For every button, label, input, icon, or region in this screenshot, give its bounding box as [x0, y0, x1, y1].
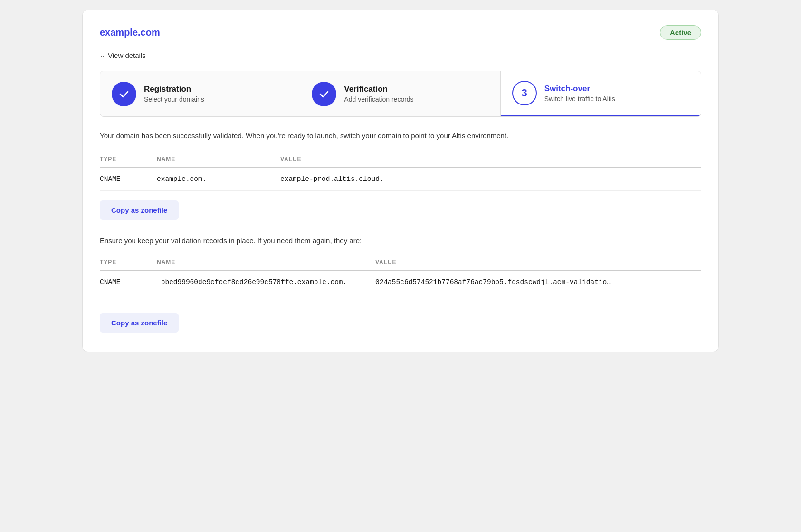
val-row-type: CNAME	[100, 271, 157, 294]
step-2-icon	[312, 82, 336, 106]
step-verification: Verification Add verification records	[300, 71, 500, 116]
step-1-subtitle: Select your domains	[144, 95, 204, 103]
step-3-title: Switch-over	[544, 84, 615, 94]
steps-container: Registration Select your domains Verific…	[100, 71, 701, 117]
col-header-name: NAME	[157, 153, 280, 168]
chevron-down-icon: ⌄	[100, 52, 105, 59]
domain-title[interactable]: example.com	[100, 27, 160, 38]
card-header: example.com Active	[100, 25, 701, 40]
validation-table-wrap: TYPE NAME VALUE CNAME _bbed99960de9cfccf…	[100, 256, 701, 304]
step-1-icon	[112, 82, 136, 106]
val-col-header-value: VALUE	[375, 256, 701, 271]
step-2-subtitle: Add verification records	[344, 95, 413, 103]
col-header-type: TYPE	[100, 153, 157, 168]
col-header-value: VALUE	[280, 153, 701, 168]
domain-card: example.com Active ⌄ View details Regist…	[82, 10, 719, 352]
description-text: Your domain has been successfully valida…	[100, 130, 701, 142]
copy-zonefile-button-2[interactable]: Copy as zonefile	[100, 313, 179, 332]
view-details-label: View details	[108, 51, 146, 59]
copy-zonefile-button-1[interactable]: Copy as zonefile	[100, 200, 179, 220]
step-3-subtitle: Switch live traffic to Altis	[544, 95, 615, 103]
val-row-value: 024a55c6d574521b7768af76ac79bb5.fgsdscwd…	[375, 271, 701, 294]
row-name: example.com.	[157, 168, 280, 191]
row-value: example-prod.altis.cloud.	[280, 168, 701, 191]
step-3-icon: 3	[512, 81, 537, 105]
step-3-text: Switch-over Switch live traffic to Altis	[544, 84, 615, 103]
val-col-header-name: NAME	[157, 256, 375, 271]
status-badge: Active	[660, 25, 701, 40]
row-type: CNAME	[100, 168, 157, 191]
primary-dns-table: TYPE NAME VALUE CNAME example.com. examp…	[100, 153, 701, 191]
step-2-title: Verification	[344, 85, 413, 94]
validation-dns-table: TYPE NAME VALUE CNAME _bbed99960de9cfccf…	[100, 256, 701, 294]
step-registration: Registration Select your domains	[100, 71, 300, 116]
step-switchover: 3 Switch-over Switch live traffic to Alt…	[501, 71, 701, 116]
table-row: CNAME _bbed99960de9cfccf8cd26e99c578ffe.…	[100, 271, 701, 294]
step-1-title: Registration	[144, 85, 204, 94]
val-row-name: _bbed99960de9cfccf8cd26e99c578ffe.exampl…	[157, 271, 375, 294]
val-col-header-type: TYPE	[100, 256, 157, 271]
table-row: CNAME example.com. example-prod.altis.cl…	[100, 168, 701, 191]
view-details-toggle[interactable]: ⌄ View details	[100, 51, 701, 59]
step-2-text: Verification Add verification records	[344, 85, 413, 103]
ensure-text: Ensure you keep your validation records …	[100, 235, 701, 247]
step-1-text: Registration Select your domains	[144, 85, 204, 103]
